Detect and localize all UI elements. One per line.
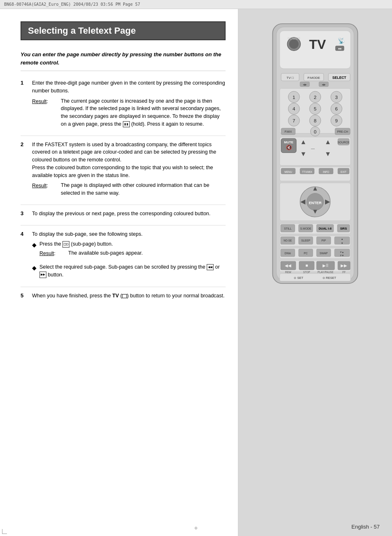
header-filename: BN68-00746A(GAIA2_Euro_ENG) 2004/08/23 0… xyxy=(4,2,140,7)
svg-text:4: 4 xyxy=(293,106,295,111)
svg-text:PRE-CH: PRE-CH xyxy=(337,130,348,133)
step-4-bullet-2: ◆ Select the required sub-page. Sub-page… xyxy=(32,263,226,279)
svg-point-4 xyxy=(289,39,299,49)
step-2-content: If the FASTEXT system is used by a broad… xyxy=(32,141,226,200)
svg-text:0: 0 xyxy=(314,129,316,134)
svg-text:6: 6 xyxy=(335,106,338,111)
svg-text:▶: ▶ xyxy=(325,198,330,205)
step-5-number: 5 xyxy=(21,292,32,302)
svg-text:NO-SE: NO-SE xyxy=(284,239,292,242)
svg-text:◀▶: ◀▶ xyxy=(303,83,307,86)
crosshair-bottom: + xyxy=(194,524,198,532)
step-1-content: Enter the three-digit page number given … xyxy=(32,79,226,131)
header-strip: BN68-00746A(GAIA2_Euro_ENG) 2004/08/23 0… xyxy=(0,0,392,9)
svg-text:5: 5 xyxy=(314,106,316,111)
page-container: BN68-00746A(GAIA2_Euro_ENG) 2004/08/23 0… xyxy=(0,0,392,536)
step-5: 5 When you have finished, press the TV (… xyxy=(21,292,226,307)
svg-text:P.MIX: P.MIX xyxy=(285,130,292,133)
step-3-number: 3 xyxy=(21,210,32,220)
svg-text:PLAY/PAUSE: PLAY/PAUSE xyxy=(318,271,333,274)
svg-text:STILL: STILL xyxy=(284,227,292,230)
step-3-text: To display the previous or next page, pr… xyxy=(32,210,226,218)
page-title: Selecting a Teletext Page xyxy=(28,25,218,36)
title-box: Selecting a Teletext Page xyxy=(21,21,226,40)
svg-text:▲: ▲ xyxy=(341,238,344,240)
step-4: 4 To display the sub-page, see the follo… xyxy=(21,230,226,288)
step-1-result-text: The current page counter is increased by… xyxy=(61,97,226,128)
svg-text:◀▶: ◀▶ xyxy=(322,83,326,86)
bullet-diamond-1: ◆ xyxy=(32,240,39,249)
svg-text:2: 2 xyxy=(314,95,316,100)
svg-text:▼: ▼ xyxy=(312,207,318,215)
svg-text:TTX/MIX: TTX/MIX xyxy=(302,170,313,173)
step-4-bullet-1-content: Press the □○ (sub-page) button. Result: … xyxy=(39,240,226,260)
page-number: English - 57 xyxy=(351,524,380,530)
step-4-number: 4 xyxy=(21,230,32,282)
step-5-text: When you have finished, press the TV () … xyxy=(32,292,226,300)
step-2-text: If the FASTEXT system is used by a broad… xyxy=(32,141,226,179)
svg-text:8: 8 xyxy=(314,118,316,123)
svg-text:3: 3 xyxy=(335,95,338,100)
step-1-result-label: Result: xyxy=(32,97,61,128)
svg-text:📡: 📡 xyxy=(338,37,345,44)
svg-text:REW: REW xyxy=(285,271,291,274)
svg-text:7: 7 xyxy=(293,118,295,123)
svg-text:▲: ▲ xyxy=(325,138,331,145)
step-4-content: To display the sub-page, see the followi… xyxy=(32,230,226,282)
svg-text:▲: ▲ xyxy=(312,184,318,192)
hold-icon: ▮▮ xyxy=(123,121,130,128)
svg-text:MUTE: MUTE xyxy=(284,140,293,144)
step-5-content: When you have finished, press the TV () … xyxy=(32,292,226,302)
svg-text:PIP: PIP xyxy=(321,239,326,242)
svg-text:■■: ■■ xyxy=(338,47,341,50)
step-2-number: 2 xyxy=(21,141,32,200)
svg-text:▶▶: ▶▶ xyxy=(341,263,347,268)
step-4-bullet-1-result: Result: The available sub-pages appear. xyxy=(39,249,226,258)
step-4-text: To display the sub-page, see the followi… xyxy=(32,230,226,238)
svg-text:▼: ▼ xyxy=(341,242,344,244)
intro-text: You can enter the page number directly b… xyxy=(21,51,226,71)
svg-text:▼: ▼ xyxy=(300,150,307,157)
svg-text:9: 9 xyxy=(335,118,338,123)
step-3: 3 To display the previous or next page, … xyxy=(21,210,226,225)
svg-text:■: ■ xyxy=(305,263,308,268)
svg-text:P▲: P▲ xyxy=(340,251,344,253)
svg-text:P▼: P▼ xyxy=(340,254,344,257)
svg-text:SWAP: SWAP xyxy=(320,252,328,255)
subpage-icon: □○ xyxy=(62,241,69,248)
svg-text:1: 1 xyxy=(293,95,295,100)
svg-rect-112 xyxy=(280,274,351,281)
step-3-content: To display the previous or next page, pr… xyxy=(32,210,226,220)
svg-text:DUAL I-II: DUAL I-II xyxy=(318,227,331,230)
step-1-text: Enter the three-digit page number given … xyxy=(32,79,226,95)
svg-text:P.MODE: P.MODE xyxy=(307,76,320,80)
steps-container: 1 Enter the three-digit page number give… xyxy=(21,79,226,307)
svg-text:◀◀: ◀◀ xyxy=(285,263,291,268)
svg-text:▲: ▲ xyxy=(300,138,307,145)
step-2: 2 If the FASTEXT system is used by a bro… xyxy=(21,141,226,205)
remote-svg: POWER TV 📡 ■■ TV □ P.MODE SELECT xyxy=(268,21,362,286)
svg-text:⊙ RESET: ⊙ RESET xyxy=(323,276,336,280)
footer: English - 57 xyxy=(351,524,380,530)
svg-text:TV □: TV □ xyxy=(286,76,294,80)
svg-text:DNIe: DNIe xyxy=(284,252,291,255)
svg-text:INFO: INFO xyxy=(323,170,329,173)
step-2-result: Result: The page is displayed with other… xyxy=(32,182,226,197)
svg-text:POWER: POWER xyxy=(288,37,300,40)
svg-text:🔇: 🔇 xyxy=(286,145,292,150)
svg-text:EXIT: EXIT xyxy=(341,170,346,173)
next-icon: ▶▶ xyxy=(39,271,46,278)
svg-text:PC: PC xyxy=(304,252,308,255)
step-2-result-label: Result: xyxy=(32,182,61,197)
svg-text:▶II: ▶II xyxy=(323,263,328,268)
step-4-bullet-2-content: Select the required sub-page. Sub-pages … xyxy=(39,263,226,279)
svg-text:SOURCE: SOURCE xyxy=(337,141,350,144)
main-content: Selecting a Teletext Page You can enter … xyxy=(0,9,392,536)
svg-text:—: — xyxy=(311,147,315,151)
step-1: 1 Enter the three-digit page number give… xyxy=(21,79,226,136)
step-4-bullet-1: ◆ Press the □○ (sub-page) button. Result… xyxy=(32,240,226,260)
svg-text:MENU: MENU xyxy=(284,170,292,173)
svg-text:▼: ▼ xyxy=(325,150,331,157)
svg-text:SLEEP: SLEEP xyxy=(301,239,311,242)
step-4-b1-result-label: Result: xyxy=(39,249,68,258)
